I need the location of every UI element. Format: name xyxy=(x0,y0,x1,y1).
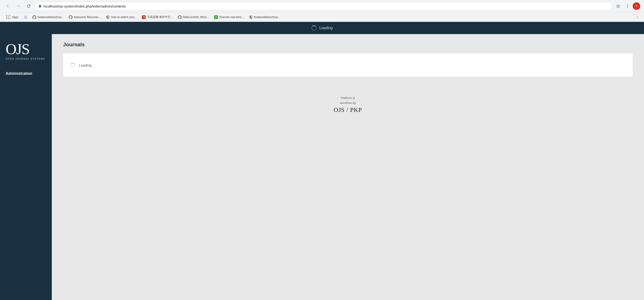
address-bar[interactable]: localhost/ojs-system/index.php/index/adm… xyxy=(35,2,612,10)
github-icon-3 xyxy=(178,15,182,19)
card-loading-text: Loading xyxy=(79,63,92,67)
bookmark-towords-label: Towords real-time... xyxy=(219,15,244,19)
lock-icon xyxy=(38,4,42,8)
profile-button[interactable]: Y xyxy=(633,2,640,10)
forward-button[interactable] xyxy=(14,2,22,10)
url-text: localhost/ojs-system/index.php/index/adm… xyxy=(44,4,608,8)
bookmark-foolwood2-label: foolwood/benchma... xyxy=(254,15,280,19)
bookmark-switch-label: How to switch your... xyxy=(111,15,137,19)
bookmark-apps[interactable]: Apps xyxy=(4,14,21,20)
bookmark-history[interactable] xyxy=(21,14,30,20)
bookmark-foolwood2[interactable]: foolwood/benchma... xyxy=(247,14,282,20)
more-bookmarks-button[interactable]: » xyxy=(635,14,640,20)
apps-grid-icon xyxy=(6,15,11,19)
browser-toolbar: localhost/ojs-system/index.php/index/adm… xyxy=(0,0,644,12)
github-icon-1 xyxy=(32,15,36,19)
bookmark-awesome-label: Awesome Recurren... xyxy=(74,15,101,19)
footer-tagline: Platform & workflow by xyxy=(340,96,356,106)
clock-icon xyxy=(24,15,27,19)
card-spinner xyxy=(70,63,75,67)
footer-logo: OJS / PKP xyxy=(334,106,362,114)
globe-icon-1 xyxy=(106,15,110,19)
bookmark-foolwood1[interactable]: foolwood/benchma... xyxy=(30,14,66,20)
towords-icon: T xyxy=(214,15,218,19)
reload-button[interactable] xyxy=(24,2,33,10)
logo-ojs-text: OJS xyxy=(6,42,46,57)
bookmark-feiliu-label: 飞流直播-海外中文... xyxy=(147,15,173,19)
sidebar-nav: Administration xyxy=(6,70,46,78)
bookmark-foolwood1-label: foolwood/benchma... xyxy=(38,15,64,19)
bookmark-towords[interactable]: T Towords real-time... xyxy=(212,14,246,20)
main-content: Journals Loading Platform & workflow by … xyxy=(52,34,644,300)
content-card: Loading xyxy=(63,53,633,77)
sidebar-logo: OJS OPEN JOURNAL SYSTEMS xyxy=(6,42,46,60)
bookmark-awesome[interactable]: Awesome Recurren... xyxy=(66,14,103,20)
sidebar-item-administration[interactable]: Administration xyxy=(6,70,46,78)
logo-subtitle: OPEN JOURNAL SYSTEMS xyxy=(6,58,46,60)
sidebar: OJS OPEN JOURNAL SYSTEMS Administration xyxy=(0,34,52,300)
back-button[interactable] xyxy=(4,2,12,10)
page-title: Journals xyxy=(63,42,633,48)
menu-button[interactable] xyxy=(623,2,632,10)
apps-label: Apps xyxy=(12,15,18,19)
loading-bar: Loading xyxy=(0,22,644,34)
feiliu-icon: 飞 xyxy=(142,15,146,19)
page-footer: Platform & workflow by OJS / PKP xyxy=(63,77,633,123)
page-wrapper: OJS OPEN JOURNAL SYSTEMS Administration … xyxy=(0,34,644,300)
browser-actions: Y xyxy=(614,2,640,10)
loading-spinner xyxy=(312,25,316,30)
globe-icon-2 xyxy=(249,15,253,19)
browser-chrome: localhost/ojs-system/index.php/index/adm… xyxy=(0,0,644,22)
bookmark-feiliu[interactable]: 飞 飞流直播-海外中文... xyxy=(140,14,175,20)
github-icon-2 xyxy=(69,15,72,19)
bookmarks-bar: Apps foolwood/benchma... Awesome Recurre… xyxy=(0,12,644,22)
bookmark-switch[interactable]: How to switch your... xyxy=(104,14,139,20)
bookmark-matconv[interactable]: MatConvNet: Missi... xyxy=(176,14,211,20)
bookmark-matconv-label: MatConvNet: Missi... xyxy=(183,15,209,19)
bookmark-star-button[interactable] xyxy=(614,2,622,10)
loading-bar-text: Loading xyxy=(320,26,333,30)
